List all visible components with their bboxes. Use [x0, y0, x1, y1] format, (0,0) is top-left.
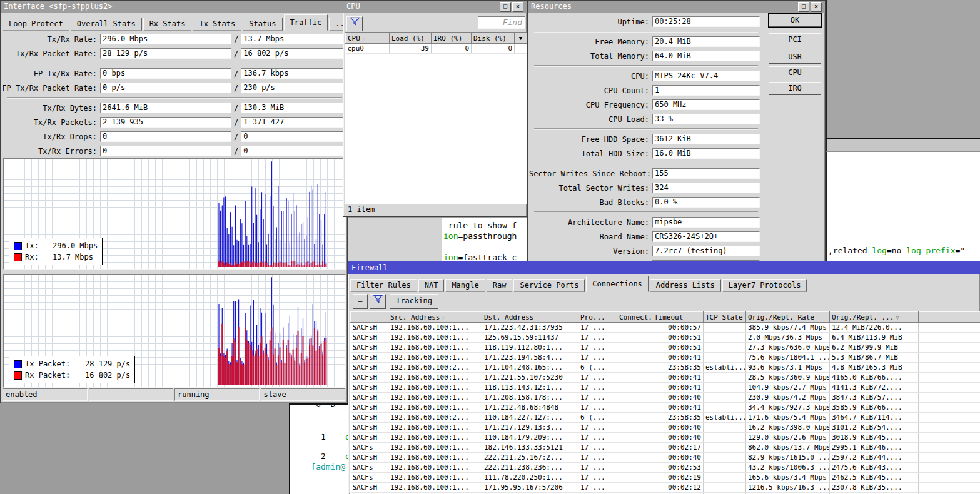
cpu-filter-button[interactable]: [346, 16, 363, 31]
resource-value-field[interactable]: 155: [652, 168, 760, 179]
tab-overall-stats[interactable]: Overall Stats: [71, 18, 142, 31]
resource-value-field[interactable]: 00:25:28: [652, 16, 760, 27]
tab-traffic[interactable]: Traffic: [284, 14, 328, 31]
table-row[interactable]: SACFs192.168.60.100:1...182.146.133.33:5…: [351, 443, 980, 453]
table-row[interactable]: SACFsH192.168.60.100:2...171.104.248.165…: [351, 363, 980, 373]
rx-value-field[interactable]: 130.3 MiB: [241, 103, 345, 113]
tab-filter-rules[interactable]: Filter Rules: [350, 279, 417, 292]
resource-value-field[interactable]: 3612 KiB: [652, 134, 760, 144]
table-row[interactable]: SACFs192.168.60.100:1...222.211.238.236:…: [351, 463, 980, 473]
column-header[interactable]: Dst. Address: [482, 312, 578, 323]
resource-value-field[interactable]: 20.4 MiB: [652, 36, 760, 47]
resource-value-field[interactable]: CRS326-24S+2Q+: [652, 231, 760, 242]
rx-value-field[interactable]: 230 p/s: [241, 83, 345, 93]
column-header[interactable]: [351, 312, 388, 323]
column-header[interactable]: Disk (%): [472, 33, 515, 44]
table-row[interactable]: SACFs192.168.60.100:1...111.78.220.250:1…: [351, 473, 980, 483]
column-header[interactable]: Orig./Repl. ...▽: [830, 312, 919, 323]
column-header[interactable]: Src. Address△: [388, 312, 482, 323]
table-cell: 82.9 kbps/1615.0 ...: [746, 453, 830, 463]
resource-value-field[interactable]: 650 MHz: [652, 99, 760, 110]
interface-window: Interface <sfp-sfpplus2> Loop ProtectOve…: [0, 0, 348, 403]
tab-tx-stats[interactable]: Tx Stats: [193, 18, 241, 31]
column-header[interactable]: Orig./Repl. Rate: [746, 312, 830, 323]
tab-status[interactable]: Status: [243, 18, 282, 31]
resource-value-field[interactable]: 7.2rc7 (testing): [652, 246, 760, 256]
column-header[interactable]: Timeout: [652, 312, 704, 323]
table-row[interactable]: SACFsH192.168.60.100:1...171.212.48.68:4…: [351, 403, 980, 413]
column-header[interactable]: IRQ (%): [432, 33, 472, 44]
tracking-button[interactable]: Tracking: [390, 294, 438, 309]
tx-value-field[interactable]: 2 139 935: [100, 117, 231, 128]
column-header[interactable]: Load (%): [390, 33, 432, 44]
tx-value-field[interactable]: 2641.6 MiB: [100, 103, 231, 113]
table-row[interactable]: SACFsH192.168.60.100:1...171.208.158.178…: [351, 393, 980, 403]
tab-layer7-protocols[interactable]: Layer7 Protocols: [722, 279, 807, 292]
tx-value-field[interactable]: 296.0 Mbps: [100, 34, 231, 44]
table-cell: [617, 323, 652, 333]
column-header[interactable]: Pro...: [578, 312, 617, 323]
rx-value-field[interactable]: 13.7 Mbps: [241, 34, 345, 44]
tab-raw[interactable]: Raw: [487, 279, 513, 292]
group-separator: [534, 211, 758, 213]
table-row[interactable]: SACFsH192.168.60.100:1...171.217.129.13:…: [351, 423, 980, 433]
header-dropdown-button[interactable]: ▼: [515, 33, 527, 44]
tab-rx-stats[interactable]: Rx Stats: [143, 18, 192, 31]
table-row[interactable]: cpu03900: [346, 44, 527, 54]
table-row[interactable]: SACFsH192.168.60.100:1...222.211.25.167:…: [351, 453, 980, 463]
table-row[interactable]: SACFsH192.168.60.100:1...171.223.194.58:…: [351, 353, 980, 363]
resource-value-field[interactable]: 33 %: [652, 114, 760, 124]
firewall-filter-button[interactable]: [370, 294, 386, 309]
rx-value-field[interactable]: 0: [241, 131, 345, 142]
table-row[interactable]: SACFsH192.168.60.100:1...125.69.15.59:11…: [351, 333, 980, 343]
ok-button[interactable]: OK: [769, 14, 821, 27]
tab-connections[interactable]: Connections: [586, 276, 648, 292]
tx-value-field[interactable]: 0 bps: [100, 68, 231, 79]
table-cell: 3585.9 KiB/66....: [830, 403, 919, 413]
table-row[interactable]: SACFsH192.168.60.100:1...118.119.112.80:…: [351, 343, 980, 353]
rx-value-field[interactable]: 1 371 427: [241, 117, 345, 128]
resource-value-field[interactable]: MIPS 24Kc V7.4: [652, 71, 760, 81]
resource-value-field[interactable]: 0.0 %: [652, 197, 760, 208]
pci-button[interactable]: PCI: [769, 33, 821, 46]
resource-value-field[interactable]: 16.0 MiB: [652, 148, 760, 159]
interface-titlebar[interactable]: Interface <sfp-sfpplus2>: [1, 1, 347, 13]
cpu-find-input[interactable]: Find: [478, 16, 525, 29]
resources-titlebar[interactable]: Resources □ ✕: [528, 1, 825, 13]
tab-service-ports[interactable]: Service Ports: [513, 279, 585, 292]
rx-value-field[interactable]: 136.7 kbps: [241, 68, 345, 79]
rx-value-field[interactable]: 16 802 p/s: [241, 48, 345, 59]
column-header[interactable]: TCP State: [704, 312, 746, 323]
maximize-icon[interactable]: □: [798, 2, 809, 12]
cpu-button[interactable]: CPU: [769, 66, 821, 79]
close-icon[interactable]: ✕: [512, 2, 523, 12]
tx-value-field[interactable]: 0: [100, 131, 231, 142]
usb-button[interactable]: USB: [769, 51, 821, 64]
table-row[interactable]: SACFsH192.168.60.100:1...171.95.95.167:5…: [351, 483, 980, 493]
tx-value-field[interactable]: 28 129 p/s: [100, 48, 231, 59]
irq-button[interactable]: IRQ: [769, 82, 821, 95]
column-header[interactable]: CPU△: [346, 33, 390, 44]
cpu-titlebar[interactable]: CPU □ ✕: [343, 1, 527, 13]
table-row[interactable]: SACFsH192.168.60.100:1...171.221.55.107:…: [351, 373, 980, 383]
table-row[interactable]: SACFsH192.168.60.100:1...110.184.179.209…: [351, 433, 980, 443]
resource-value-field[interactable]: 64.0 MiB: [652, 51, 760, 61]
maximize-icon[interactable]: □: [500, 2, 511, 12]
tx-value-field[interactable]: 0: [100, 146, 231, 156]
tab-nat[interactable]: NAT: [418, 279, 445, 292]
table-row[interactable]: SACFsH192.168.60.100:2...110.184.227.127…: [351, 413, 980, 423]
firewall-titlebar[interactable]: Firewall: [348, 261, 980, 274]
table-row[interactable]: SACFsH192.168.60.100:1...118.113.143.12:…: [351, 383, 980, 393]
tab-loop-protect[interactable]: Loop Protect: [3, 18, 69, 31]
resource-value-field[interactable]: 1: [652, 85, 760, 96]
rx-value-field[interactable]: 0: [241, 146, 345, 156]
close-icon[interactable]: ✕: [811, 2, 822, 12]
tab-address-lists[interactable]: Address Lists: [650, 279, 721, 292]
table-row[interactable]: SACFsH192.168.60.100:1...171.223.42.31:3…: [351, 323, 980, 333]
tx-value-field[interactable]: 0 p/s: [100, 83, 231, 93]
resource-value-field[interactable]: 324: [652, 183, 760, 193]
remove-button[interactable]: —: [353, 294, 368, 309]
resource-value-field[interactable]: mipsbe: [652, 217, 760, 228]
column-header[interactable]: Connect...: [617, 312, 652, 323]
tab-mangle[interactable]: Mangle: [445, 279, 485, 292]
